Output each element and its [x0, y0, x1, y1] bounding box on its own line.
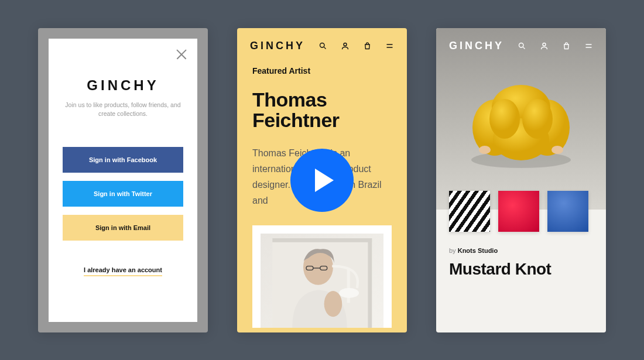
svg-point-2	[344, 43, 347, 46]
menu-icon[interactable]	[385, 41, 394, 50]
by-prefix: by	[449, 247, 458, 254]
svg-point-26	[522, 99, 553, 139]
header-icons	[517, 41, 593, 50]
account-icon[interactable]	[539, 41, 549, 50]
play-button[interactable]	[290, 149, 354, 212]
search-icon[interactable]	[318, 41, 327, 50]
account-icon[interactable]	[340, 41, 350, 50]
play-icon	[315, 169, 334, 192]
artist-portrait	[270, 238, 375, 328]
signin-facebook-button[interactable]: Sign in with Facebook	[63, 147, 183, 173]
svg-point-28	[551, 146, 563, 154]
svg-rect-6	[272, 238, 372, 242]
screen-signin: GINCHY Join us to like products, follow …	[38, 28, 208, 332]
svg-point-14	[339, 288, 359, 298]
bag-icon[interactable]	[362, 41, 372, 50]
thumbnail-1[interactable]	[449, 191, 490, 232]
svg-rect-7	[368, 238, 372, 328]
header: GINCHY	[237, 28, 407, 59]
svg-line-16	[523, 47, 525, 49]
close-icon[interactable]	[175, 48, 188, 61]
product-title: Mustard Knot	[449, 260, 593, 279]
svg-point-0	[320, 43, 324, 47]
signin-tagline: Join us to like products, follow friends…	[64, 101, 181, 119]
thumbnail-2[interactable]	[498, 191, 539, 232]
artist-photo	[252, 225, 392, 328]
svg-point-25	[489, 99, 520, 139]
svg-point-15	[519, 43, 523, 47]
signin-twitter-button[interactable]: Sign in with Twitter	[63, 181, 183, 207]
screen-product: GINCHY	[436, 28, 606, 332]
signin-email-button[interactable]: Sign in with Email	[63, 215, 183, 241]
featured-label: Featured Artist	[252, 66, 392, 76]
by-line: by Knots Studio	[449, 247, 593, 254]
knot-illustration	[457, 72, 585, 177]
product-thumbnails	[436, 191, 606, 232]
studio-name: Knots Studio	[458, 247, 498, 254]
header-icons	[318, 41, 394, 50]
search-icon[interactable]	[517, 41, 526, 50]
svg-point-27	[479, 146, 491, 154]
brand-logo: GINCHY	[449, 40, 504, 52]
already-account-link[interactable]: I already have an account	[84, 266, 162, 276]
svg-point-17	[543, 43, 546, 46]
bag-icon[interactable]	[561, 41, 571, 50]
thumbnail-3[interactable]	[547, 191, 588, 232]
brand-logo: GINCHY	[250, 40, 305, 52]
brand-logo: GINCHY	[87, 77, 159, 94]
product-info: by Knots Studio Mustard Knot	[436, 232, 606, 279]
svg-line-1	[324, 47, 326, 49]
header: GINCHY	[436, 28, 606, 59]
svg-point-12	[324, 291, 342, 317]
signin-card: GINCHY Join us to like products, follow …	[49, 39, 197, 322]
menu-icon[interactable]	[584, 41, 593, 50]
artist-name: Thomas Feichtner	[252, 90, 392, 131]
